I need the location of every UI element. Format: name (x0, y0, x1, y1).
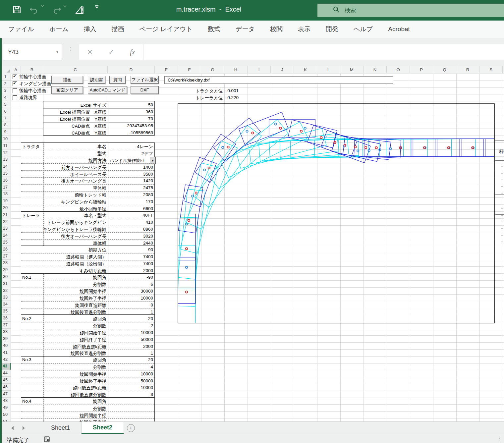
dxf-path-field[interactable]: C:¥work¥kisekitry.dxf (164, 76, 393, 84)
param-value[interactable]: 2440 (108, 241, 153, 246)
param-value[interactable]: 410 (108, 220, 153, 225)
param-value[interactable]: -20 (108, 316, 153, 321)
checkbox-2[interactable]: ✓ (13, 82, 17, 86)
formula-input[interactable] (143, 44, 504, 60)
param-value[interactable]: 4 (108, 364, 153, 369)
button-ファイル選択[interactable]: ファイル選択 (131, 76, 159, 84)
column-header-S[interactable]: S (479, 66, 503, 73)
customize-qat-icon[interactable] (94, 5, 99, 9)
new-sheet-button[interactable]: + (127, 424, 135, 432)
button-AutoCADコマンド[interactable]: AutoCADコマンド (88, 86, 127, 94)
param-value[interactable]: 10000 (108, 330, 153, 335)
column-header-G[interactable]: G (201, 66, 224, 73)
next-sheet-icon[interactable] (23, 426, 25, 430)
column-header-B[interactable]: B (21, 66, 43, 73)
param-value[interactable]: 1 (108, 309, 153, 314)
param-value[interactable]: 30000 (108, 289, 153, 294)
button-質問[interactable]: 質問 (109, 76, 126, 84)
ribbon-tab-7[interactable]: 校閲 (270, 25, 283, 33)
ribbon-tab-4[interactable]: ページ レイアウト (140, 25, 193, 33)
param-value[interactable]: 360 (108, 109, 153, 114)
name-box[interactable]: Y43 ▾ (3, 44, 62, 60)
sheet-tab-Sheet1[interactable]: Sheet1 (40, 422, 82, 434)
status-bar-options-icon[interactable]: ⋮ (497, 436, 502, 441)
param-value[interactable]: 1400 (108, 165, 153, 170)
button-DXF[interactable]: DXF (131, 86, 159, 94)
column-header-K[interactable]: K (294, 66, 317, 73)
param-value[interactable]: 2000 (108, 344, 153, 349)
param-value[interactable]: 50 (108, 102, 153, 107)
param-value[interactable]: 40FT (108, 213, 153, 218)
param-value[interactable]: 6 (108, 282, 153, 287)
param-value[interactable]: 2475 (108, 185, 153, 190)
insert-function-icon[interactable]: fx (130, 48, 135, 56)
column-header-A[interactable]: A (11, 66, 21, 73)
button-説明書[interactable]: 説明書 (88, 76, 105, 84)
param-value[interactable]: 2 (108, 323, 153, 328)
param-value[interactable]: 10000 (108, 296, 153, 301)
button-描画[interactable]: 描画 (51, 76, 83, 84)
macro-record-icon[interactable] (44, 436, 50, 443)
param-value[interactable]: -29347453.95 (108, 123, 153, 128)
param-value[interactable]: 7400 (108, 254, 153, 259)
ribbon-tab-5[interactable]: 数式 (208, 25, 220, 33)
param-value[interactable]: -90 (108, 275, 153, 280)
param-value[interactable]: 2000 (108, 268, 153, 273)
redo-dropdown-icon[interactable] (63, 5, 67, 7)
param-value[interactable]: 3580 (108, 172, 153, 177)
column-header-M[interactable]: M (340, 66, 364, 73)
param-value[interactable]: 0 (108, 303, 153, 307)
undo-icon[interactable] (29, 5, 39, 15)
column-header-N[interactable]: N (364, 66, 387, 73)
enter-icon[interactable]: ✓ (108, 48, 114, 56)
ribbon-tab-file[interactable]: ファイル (8, 25, 34, 33)
ribbon-tab-9[interactable]: 開発 (326, 25, 338, 33)
ribbon-tab-8[interactable]: 表示 (298, 25, 310, 33)
ribbon-tab-3[interactable]: 描画 (112, 25, 124, 33)
save-icon[interactable] (12, 5, 22, 15)
param-value[interactable]: 3 (108, 392, 153, 397)
param-value[interactable]: -105589563 (108, 130, 153, 135)
param-value[interactable]: 90 (108, 247, 153, 252)
ribbon-tab-2[interactable]: 挿入 (84, 25, 96, 33)
column-header-E[interactable]: E (155, 66, 178, 73)
column-header-H[interactable]: H (224, 66, 248, 73)
column-header-L[interactable]: L (317, 66, 340, 73)
draw-ruler-icon[interactable] (74, 5, 85, 15)
column-header-C[interactable]: C (43, 66, 108, 73)
ribbon-tab-10[interactable]: ヘルプ (354, 25, 373, 33)
param-value[interactable]: 2080 (108, 192, 153, 197)
cancel-icon[interactable]: ✕ (87, 48, 93, 56)
column-header-F[interactable]: F (178, 66, 201, 73)
dropdown-arrow-icon[interactable]: ▼ (150, 157, 155, 164)
param-value[interactable]: 7400 (108, 261, 153, 266)
checkbox-3[interactable] (13, 88, 17, 93)
param-value[interactable]: 50000 (108, 337, 153, 342)
param-value[interactable]: 6600 (108, 206, 153, 211)
column-header-D[interactable]: D (108, 66, 155, 73)
formula-bar-grip[interactable]: ⋮ (68, 47, 73, 50)
search-box[interactable]: 検索 (317, 4, 504, 17)
checkbox-1[interactable]: ✓ (13, 75, 17, 79)
redo-icon[interactable] (52, 5, 62, 15)
param-value[interactable]: 1420 (108, 178, 153, 183)
param-value[interactable]: 3020 (108, 234, 153, 239)
undo-dropdown-icon[interactable] (40, 5, 44, 7)
ribbon-tab-6[interactable]: データ (236, 25, 255, 33)
ribbon-tab-11[interactable]: Acrobat (388, 26, 410, 33)
param-value[interactable]: 170 (108, 199, 153, 204)
param-value[interactable]: 1 (108, 351, 153, 356)
param-value[interactable]: 20 (108, 357, 153, 362)
param-value[interactable]: 50000 (108, 378, 153, 383)
column-header-O[interactable]: O (387, 66, 410, 73)
ribbon-tab-1[interactable]: ホーム (49, 25, 69, 33)
column-header-I[interactable]: I (248, 66, 271, 73)
column-header-P[interactable]: P (410, 66, 433, 73)
param-value[interactable]: 4レーン (108, 144, 153, 150)
param-value[interactable]: 70 (108, 116, 153, 121)
prev-sheet-icon[interactable] (11, 426, 14, 430)
column-header-R[interactable]: R (456, 66, 479, 73)
param-value[interactable]: 10000 (108, 371, 153, 376)
column-header-Q[interactable]: Q (433, 66, 456, 73)
select-all-corner[interactable] (0, 66, 11, 73)
